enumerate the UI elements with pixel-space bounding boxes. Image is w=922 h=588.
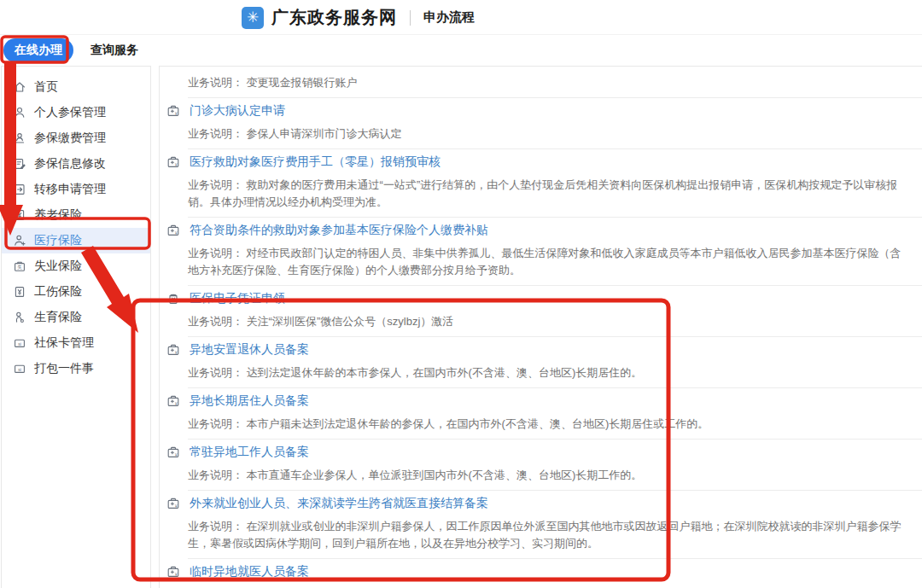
card-icon: si bbox=[13, 362, 26, 376]
sidebar-item-label: 医疗保险 bbox=[34, 233, 82, 248]
service-link[interactable]: 异地长期居住人员备案 bbox=[190, 393, 309, 409]
sidebar-item-label: 个人参保管理 bbox=[34, 105, 106, 120]
unemployment-box-icon: 失 bbox=[13, 259, 26, 273]
svg-text:¥: ¥ bbox=[175, 504, 178, 509]
tab-bar: 在线办理查询服务 bbox=[0, 36, 138, 65]
sidebar: 首页 个人参保管理 参保缴费管理 参保信息修改 转移申请管理 养老保险 医疗保险… bbox=[1, 66, 151, 588]
service-title-row: ¥ 医疗救助对象医疗费用手工（零星）报销预审核 bbox=[166, 154, 922, 171]
service-link[interactable]: 医疗救助对象医疗费用手工（零星）报销预审核 bbox=[190, 154, 441, 170]
service-link[interactable]: 符合资助条件的救助对象参加基本医疗保险个人缴费补贴 bbox=[190, 223, 488, 238]
voucher-icon bbox=[166, 292, 182, 306]
service-title-row: ¥ 常驻异地工作人员备案 bbox=[166, 444, 922, 461]
service-row-4: 医保电子凭证申领 业务说明： 关注“深圳医保”微信公众号（szylbzj）激活 bbox=[166, 286, 922, 337]
sidebar-item-insured-info-edit[interactable]: 参保信息修改 bbox=[2, 151, 150, 177]
svg-text:¥: ¥ bbox=[175, 453, 178, 457]
service-list: 业务说明： 变更现金报销银行账户 ¥ 门诊大病认定申请 业务说明： 参保人申请深… bbox=[159, 66, 922, 588]
sidebar-item-label: 打包一件事 bbox=[34, 361, 94, 376]
medical-kit-icon: ¥ bbox=[166, 565, 182, 579]
sidebar-item-label: 转移申请管理 bbox=[34, 182, 106, 197]
sidebar-item-label: 首页 bbox=[34, 79, 58, 95]
tab-online-processing[interactable]: 在线办理 bbox=[3, 38, 73, 62]
sidebar-item-unemployment-insurance[interactable]: 失 失业保险 bbox=[2, 253, 150, 279]
document-edit-icon bbox=[13, 157, 26, 171]
svg-text:si: si bbox=[18, 341, 21, 346]
service-description: 业务说明： 对经市民政部门认定的特困人员、非集中供养孤儿、最低生活保障对象和低收… bbox=[188, 245, 910, 279]
medical-kit-icon: ¥ bbox=[166, 224, 182, 237]
card-icon: si bbox=[13, 336, 26, 350]
medical-kit-icon: ¥ bbox=[166, 497, 182, 510]
medical-kit-icon: ¥ bbox=[166, 445, 182, 459]
page-subtitle: 申办流程 bbox=[423, 9, 475, 26]
service-link[interactable]: 门诊大病认定申请 bbox=[190, 103, 285, 119]
service-description: 业务说明： 参保人申请深圳市门诊大病认定 bbox=[188, 125, 910, 143]
sidebar-item-label: 社保卡管理 bbox=[34, 335, 94, 351]
service-link[interactable]: 临时异地就医人员备案 bbox=[190, 564, 309, 579]
sidebar-item-label: 生育保险 bbox=[34, 310, 82, 325]
site-title: 广东政务服务网 bbox=[271, 6, 397, 29]
service-link[interactable]: 医保电子凭证申领 bbox=[190, 291, 285, 306]
service-title-row: 医保电子凭证申领 bbox=[166, 290, 922, 307]
service-description: 业务说明： 在深圳就业或创业的非深圳户籍参保人，因工作原因单位外派至国内其他地市… bbox=[188, 518, 910, 552]
sidebar-item-label: 参保缴费管理 bbox=[34, 131, 106, 146]
sidebar-item-label: 养老保险 bbox=[34, 207, 82, 223]
home-icon bbox=[13, 80, 26, 94]
service-title-row: ¥ 临时异地就医人员备案 bbox=[166, 563, 922, 580]
header: ✳ 广东政务服务网 申办流程 bbox=[0, 0, 922, 35]
service-row-0: 业务说明： 变更现金报销银行账户 bbox=[166, 67, 922, 98]
sidebar-item-social-card-mgmt[interactable]: si 社保卡管理 bbox=[2, 330, 150, 356]
service-description: 业务说明： 本市户籍未达到法定退休年龄的参保人，在国内市外(不含港、澳、台地区)… bbox=[188, 416, 910, 433]
service-row-2: ¥ 医疗救助对象医疗费用手工（零星）报销预审核 业务说明： 救助对象的医疗费用未… bbox=[166, 149, 922, 218]
insured-payment-icon bbox=[13, 131, 26, 145]
svg-text:¥: ¥ bbox=[175, 573, 178, 577]
medical-kit-icon: ¥ bbox=[166, 394, 182, 408]
person-icon bbox=[13, 106, 26, 119]
sidebar-item-package-service[interactable]: si 打包一件事 bbox=[2, 356, 150, 381]
sidebar-item-label: 失业保险 bbox=[34, 259, 82, 274]
service-title-row: ¥ 门诊大病认定申请 bbox=[166, 102, 922, 119]
service-link[interactable]: 常驻异地工作人员备案 bbox=[190, 445, 309, 460]
document-yen-icon bbox=[13, 208, 26, 222]
service-row-9: ¥ 临时异地就医人员备案 业务说明： 因紧急救治和抢救需要，在省外医疗机构接受紧… bbox=[166, 559, 922, 588]
service-link[interactable]: 外来就业创业人员、来深就读学生跨省就医直接结算备案 bbox=[190, 496, 488, 511]
sidebar-menu: 首页 个人参保管理 参保缴费管理 参保信息修改 转移申请管理 养老保险 医疗保险… bbox=[2, 67, 150, 381]
header-separator bbox=[410, 10, 411, 26]
transfer-icon bbox=[13, 183, 26, 196]
service-description: 业务说明： 本市直通车企业参保人，单位派驻到国内市外(不含港、澳、台地区)长期工… bbox=[188, 467, 910, 484]
service-title-row: ¥ 外来就业创业人员、来深就读学生跨省就医直接结算备案 bbox=[166, 495, 922, 512]
service-description: 业务说明： 变更现金报销银行账户 bbox=[188, 74, 910, 91]
svg-text:¥: ¥ bbox=[175, 112, 178, 116]
sidebar-item-work-injury-insurance[interactable]: 工伤保险 bbox=[2, 279, 150, 305]
svg-text:¥: ¥ bbox=[175, 163, 178, 167]
service-link[interactable]: 异地安置退休人员备案 bbox=[190, 342, 309, 358]
sidebar-item-home[interactable]: 首页 bbox=[2, 74, 150, 100]
sidebar-item-medical-insurance[interactable]: 医疗保险 bbox=[2, 228, 150, 253]
sidebar-item-label: 工伤保险 bbox=[34, 284, 82, 300]
gdzwfw-logo-icon: ✳ bbox=[242, 7, 264, 29]
sidebar-item-transfer-request-mgmt[interactable]: 转移申请管理 bbox=[2, 177, 150, 202]
service-row-3: ¥ 符合资助条件的救助对象参加基本医疗保险个人缴费补贴 业务说明： 对经市民政部… bbox=[166, 218, 922, 286]
sidebar-item-insured-payment-mgmt[interactable]: 参保缴费管理 bbox=[2, 125, 150, 151]
medical-kit-icon: ¥ bbox=[166, 104, 182, 118]
service-title-row: ¥ 异地安置退休人员备案 bbox=[166, 341, 922, 358]
sidebar-item-personal-insured-mgmt[interactable]: 个人参保管理 bbox=[2, 100, 150, 125]
service-row-5: ¥ 异地安置退休人员备案 业务说明： 达到法定退休年龄的本市参保人，在国内市外(… bbox=[166, 337, 922, 388]
tab-query-services[interactable]: 查询服务 bbox=[90, 43, 138, 58]
sidebar-item-maternity-insurance[interactable]: 生育保险 bbox=[2, 305, 150, 330]
service-row-7: ¥ 常驻异地工作人员备案 业务说明： 本市直通车企业参保人，单位派驻到国内市外(… bbox=[166, 440, 922, 491]
medical-kit-icon: ¥ bbox=[166, 343, 182, 357]
svg-text:失: 失 bbox=[17, 265, 22, 270]
doctor-icon bbox=[13, 234, 26, 247]
service-row-8: ¥ 外来就业创业人员、来深就读学生跨省就医直接结算备案 业务说明： 在深圳就业或… bbox=[166, 491, 922, 559]
svg-text:¥: ¥ bbox=[175, 351, 178, 355]
sidebar-item-pension-insurance[interactable]: 养老保险 bbox=[2, 202, 150, 228]
brand-group: ✳ 广东政务服务网 申办流程 bbox=[242, 6, 475, 29]
service-title-row: ¥ 符合资助条件的救助对象参加基本医疗保险个人缴费补贴 bbox=[166, 222, 922, 239]
maternity-icon bbox=[13, 311, 26, 324]
service-description: 业务说明： 达到法定退休年龄的本市参保人，在国内市外(不含港、澳、台地区)长期居… bbox=[188, 364, 910, 381]
svg-text:si: si bbox=[18, 367, 21, 372]
service-title-row: ¥ 异地长期居住人员备案 bbox=[166, 393, 922, 410]
service-description: 业务说明： 关注“深圳医保”微信公众号（szylbzj）激活 bbox=[188, 313, 910, 330]
medical-kit-icon: ¥ bbox=[166, 155, 182, 169]
document-yen-icon bbox=[13, 285, 26, 299]
service-description: 业务说明： 救助对象的医疗费用未通过“一站式”进行结算的，由个人垫付现金后凭相关… bbox=[188, 177, 910, 211]
